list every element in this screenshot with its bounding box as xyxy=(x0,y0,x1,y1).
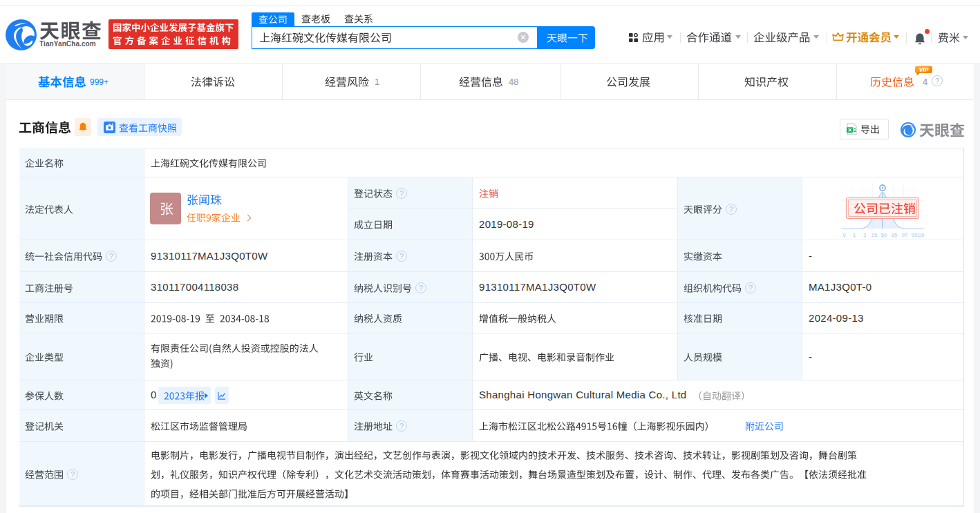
svg-text:VIP: VIP xyxy=(919,66,929,73)
svg-text:50: 50 xyxy=(881,232,887,238)
svg-text:0: 0 xyxy=(842,232,845,238)
svg-text:99: 99 xyxy=(912,232,917,238)
svg-text:85: 85 xyxy=(892,232,897,238)
svg-text:1: 1 xyxy=(853,232,856,238)
svg-text:100: 100 xyxy=(917,232,924,238)
svg-text:97: 97 xyxy=(902,232,907,238)
svg-text:15: 15 xyxy=(871,232,877,238)
svg-text:3: 3 xyxy=(863,232,866,238)
